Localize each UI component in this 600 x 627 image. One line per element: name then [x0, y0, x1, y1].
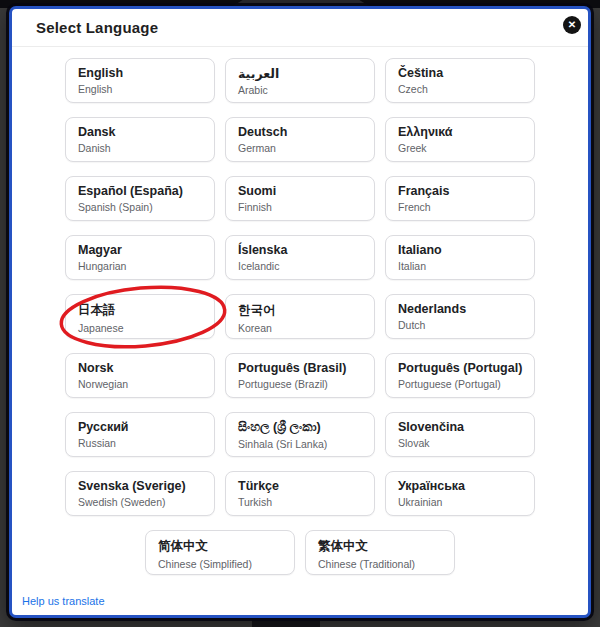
language-english-label: Hungarian — [78, 260, 202, 272]
language-native-label: Íslenska — [238, 243, 362, 257]
language-option[interactable]: 한국어 Korean — [225, 294, 375, 339]
language-option[interactable]: Magyar Hungarian — [65, 235, 215, 280]
language-english-label: Korean — [238, 322, 362, 334]
language-english-label: Greek — [398, 142, 522, 154]
language-english-label: Slovak — [398, 437, 522, 449]
language-native-label: Deutsch — [238, 125, 362, 139]
language-english-label: Arabic — [238, 84, 362, 96]
language-english-label: Icelandic — [238, 260, 362, 272]
language-native-label: Norsk — [78, 361, 202, 375]
language-native-label: Español (España) — [78, 184, 202, 198]
language-option[interactable]: Français French — [385, 176, 535, 221]
language-option[interactable]: සිංහල (ශ්‍රී ලංකා) Sinhala (Sri Lanka) — [225, 412, 375, 457]
language-option[interactable]: Norsk Norwegian — [65, 353, 215, 398]
close-icon: ✕ — [568, 20, 576, 30]
language-option[interactable]: English English — [65, 58, 215, 103]
language-english-label: Norwegian — [78, 378, 202, 390]
language-native-label: 日本語 — [78, 302, 202, 319]
language-english-label: Portuguese (Portugal) — [398, 378, 522, 390]
language-option[interactable]: Ελληνικά Greek — [385, 117, 535, 162]
language-option[interactable]: Íslenska Icelandic — [225, 235, 375, 280]
language-english-label: Swedish (Sweden) — [78, 496, 202, 508]
language-english-label: English — [78, 83, 202, 95]
language-english-label: Czech — [398, 83, 522, 95]
language-native-label: Italiano — [398, 243, 522, 257]
language-option[interactable]: Español (España) Spanish (Spain) — [65, 176, 215, 221]
select-language-dialog: Select Language ✕ English English العربي… — [9, 6, 591, 618]
language-option[interactable]: Português (Portugal) Portuguese (Portuga… — [385, 353, 535, 398]
language-english-label: German — [238, 142, 362, 154]
language-option[interactable]: 简体中文 Chinese (Simplified) — [145, 530, 295, 575]
language-option[interactable]: Čeština Czech — [385, 58, 535, 103]
language-native-label: සිංහල (ශ්‍රී ලංකා) — [238, 420, 362, 435]
language-english-label: Italian — [398, 260, 522, 272]
language-native-label: Русский — [78, 420, 202, 434]
language-native-label: Français — [398, 184, 522, 198]
language-english-label: Spanish (Spain) — [78, 201, 202, 213]
language-english-label: Ukrainian — [398, 496, 522, 508]
language-native-label: 한국어 — [238, 302, 362, 319]
language-english-label: Portuguese (Brazil) — [238, 378, 362, 390]
language-english-label: Chinese (Simplified) — [158, 558, 282, 570]
language-native-label: Svenska (Sverige) — [78, 479, 202, 493]
language-native-label: Suomi — [238, 184, 362, 198]
language-english-label: Japanese — [78, 322, 202, 334]
language-native-label: Nederlands — [398, 302, 522, 316]
language-native-label: Português (Portugal) — [398, 361, 522, 375]
language-grid: English English العربية Arabic Čeština C… — [65, 58, 535, 516]
language-english-label: Turkish — [238, 496, 362, 508]
language-native-label: English — [78, 66, 202, 80]
dialog-title: Select Language — [24, 19, 158, 36]
language-option[interactable]: العربية Arabic — [225, 58, 375, 103]
language-grid-bottom-row: 简体中文 Chinese (Simplified) 繁体中文 Chinese (… — [145, 530, 455, 575]
language-native-label: Dansk — [78, 125, 202, 139]
language-option[interactable]: Українська Ukrainian — [385, 471, 535, 516]
language-english-label: Danish — [78, 142, 202, 154]
language-option[interactable]: Deutsch German — [225, 117, 375, 162]
language-option[interactable]: Türkçe Turkish — [225, 471, 375, 516]
language-native-label: Українська — [398, 479, 522, 493]
language-native-label: 繁体中文 — [318, 538, 442, 555]
language-native-label: Čeština — [398, 66, 522, 80]
language-option[interactable]: Suomi Finnish — [225, 176, 375, 221]
close-button[interactable]: ✕ — [563, 16, 581, 34]
language-native-label: Slovenčina — [398, 420, 522, 434]
language-option[interactable]: Русский Russian — [65, 412, 215, 457]
language-english-label: Sinhala (Sri Lanka) — [238, 438, 362, 450]
language-option[interactable]: Italiano Italian — [385, 235, 535, 280]
language-english-label: Chinese (Traditional) — [318, 558, 442, 570]
language-native-label: Português (Brasil) — [238, 361, 362, 375]
backdrop-bottom-bar — [252, 620, 320, 627]
language-option[interactable]: 繁体中文 Chinese (Traditional) — [305, 530, 455, 575]
language-english-label: French — [398, 201, 522, 213]
language-english-label: Finnish — [238, 201, 362, 213]
language-native-label: Ελληνικά — [398, 125, 522, 139]
language-native-label: Magyar — [78, 243, 202, 257]
language-option[interactable]: Nederlands Dutch — [385, 294, 535, 339]
language-native-label: العربية — [238, 66, 362, 81]
language-native-label: Türkçe — [238, 479, 362, 493]
language-option[interactable]: 日本語 Japanese — [65, 294, 215, 339]
language-option[interactable]: Dansk Danish — [65, 117, 215, 162]
language-option[interactable]: Português (Brasil) Portuguese (Brazil) — [225, 353, 375, 398]
dialog-header: Select Language ✕ — [12, 9, 588, 47]
language-option[interactable]: Slovenčina Slovak — [385, 412, 535, 457]
language-english-label: Russian — [78, 437, 202, 449]
language-native-label: 简体中文 — [158, 538, 282, 555]
language-english-label: Dutch — [398, 319, 522, 331]
language-option[interactable]: Svenska (Sverige) Swedish (Sweden) — [65, 471, 215, 516]
help-us-translate-link[interactable]: Help us translate — [22, 595, 105, 607]
